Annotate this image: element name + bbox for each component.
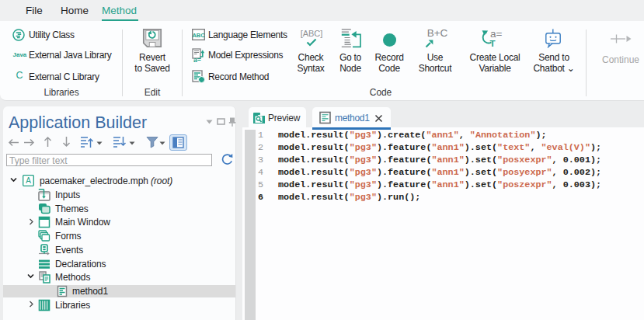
svg-text:ABC: ABC bbox=[192, 32, 205, 39]
svg-text:T: T bbox=[490, 39, 496, 48]
svg-text:a=: a= bbox=[193, 56, 201, 63]
svg-text:A: A bbox=[26, 176, 31, 185]
